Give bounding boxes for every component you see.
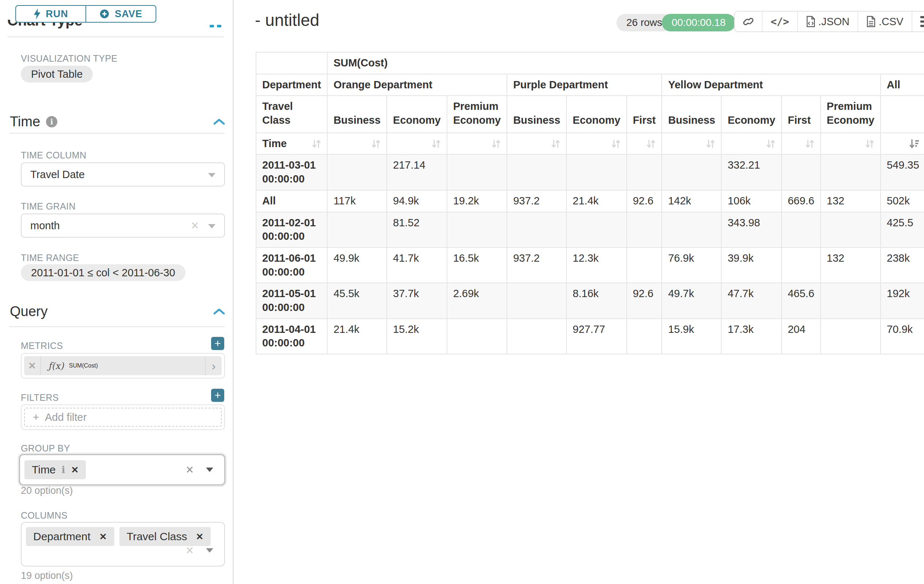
clear-icon[interactable]: × (191, 219, 199, 232)
plus-circle-icon (99, 9, 110, 19)
remove-tag-icon[interactable]: ✕ (71, 465, 79, 475)
sort-icon[interactable] (611, 139, 620, 149)
clear-icon[interactable]: × (186, 463, 193, 476)
table-row: 2011-04-01 00:00:0021.4k15.2k927.7715.9k… (256, 319, 924, 354)
query-section-title: Query (10, 304, 48, 319)
column-subheader: First (782, 95, 821, 133)
sort-header-cell[interactable] (627, 133, 662, 155)
sort-icon[interactable] (492, 139, 501, 149)
filters-container: + Add filter (21, 405, 225, 430)
pivot-cell (782, 247, 821, 283)
pivot-cell: 47.7k (721, 283, 782, 318)
sort-icon[interactable] (766, 139, 776, 149)
sort-icon[interactable] (865, 139, 874, 149)
sort-header-cell[interactable] (662, 133, 721, 155)
column-subheader: Premium Economy (447, 95, 507, 133)
pivot-cell: 76.9k (662, 247, 721, 283)
export-csv-label: .CSV (879, 16, 904, 28)
save-button[interactable]: SAVE (86, 6, 155, 22)
pivot-cell (566, 212, 627, 247)
export-json-button[interactable]: .JSON (797, 12, 858, 31)
sort-header-cell[interactable] (782, 133, 821, 155)
add-filter-button[interactable]: + Add filter (24, 408, 222, 427)
sort-icon[interactable] (805, 139, 814, 149)
remove-tag-icon[interactable]: ✕ (99, 531, 107, 542)
sort-header-cell[interactable] (881, 133, 924, 155)
columns-tag: Department ✕ (26, 527, 114, 546)
column-group-header: All (881, 74, 924, 96)
panel-drag-handle-dot[interactable] (217, 25, 221, 27)
pivot-cell: 502k (881, 190, 924, 212)
column-subheader: Business (327, 95, 387, 133)
chevron-down-icon (208, 224, 216, 229)
sort-header-cell[interactable] (821, 133, 881, 155)
column-subheader: Premium Economy (821, 95, 881, 133)
sort-header-cell[interactable] (721, 133, 782, 155)
pivot-cell (447, 155, 507, 190)
code-icon: </> (771, 16, 789, 28)
pivot-cell (821, 283, 881, 318)
info-icon[interactable]: i (46, 116, 57, 127)
chevron-up-icon[interactable] (213, 308, 225, 315)
view-query-button[interactable]: </> (762, 12, 797, 31)
chart-toolbar: </> .JSON .CSV (734, 11, 924, 32)
sort-header-cell[interactable] (327, 133, 387, 155)
row-header: All (256, 190, 327, 212)
sort-icon[interactable] (312, 139, 321, 149)
pivot-cell: 39.9k (721, 247, 782, 283)
pivot-cell: 465.6 (782, 283, 821, 318)
columns-select[interactable]: Department ✕ Travel Class ✕ × (21, 522, 225, 566)
pivot-cell (447, 212, 507, 247)
group-by-label: GROUP BY (21, 443, 70, 454)
sort-header-cell[interactable] (566, 133, 627, 155)
pivot-cell: 94.9k (387, 190, 447, 212)
chevron-up-icon[interactable] (213, 118, 225, 125)
save-button-label: SAVE (115, 8, 142, 20)
sort-icon[interactable] (371, 139, 381, 149)
hamburger-icon (920, 16, 924, 27)
sort-icon[interactable] (551, 139, 560, 149)
pivot-cell: 37.7k (387, 283, 447, 318)
export-json-label: .JSON (818, 16, 850, 28)
pivot-cell: 142k (662, 190, 721, 212)
time-grain-select[interactable]: month × (21, 214, 225, 238)
clear-icon[interactable]: × (186, 544, 193, 557)
pivot-cell: 12.3k (566, 247, 627, 283)
add-filter-plus-button[interactable]: + (211, 389, 224, 402)
sort-header-cell[interactable] (447, 133, 507, 155)
sort-header-cell[interactable] (387, 133, 447, 155)
copy-link-button[interactable] (735, 12, 762, 31)
pivot-cell: 19.2k (447, 190, 507, 212)
row-header: 2011-03-01 00:00:00 (256, 155, 327, 190)
info-icon[interactable]: i (62, 464, 65, 475)
time-range-value[interactable]: 2011-01-01 ≤ col < 2011-06-30 (21, 264, 186, 281)
pivot-cell: 217.14 (387, 155, 447, 190)
pivot-cell: 927.77 (566, 319, 627, 354)
column-subheader: Economy (566, 95, 627, 133)
sort-icon[interactable] (432, 139, 441, 149)
pivot-table: SUM(Cost)DepartmentOrange DepartmentPurp… (256, 52, 924, 354)
sort-desc-icon[interactable] (909, 139, 919, 149)
section-divider (7, 36, 223, 37)
more-menu-button[interactable] (912, 12, 924, 31)
sort-icon[interactable] (647, 139, 655, 149)
chevron-right-icon[interactable]: › (205, 356, 222, 375)
sort-header-cell[interactable] (507, 133, 566, 155)
panel-divider[interactable] (233, 0, 234, 584)
run-button[interactable]: RUN (16, 6, 86, 22)
metric-pill[interactable]: ✕ ƒ(x) SUM(Cost) › (24, 356, 222, 375)
export-csv-button[interactable]: .CSV (858, 12, 912, 31)
pivot-cell (566, 155, 627, 190)
group-by-select[interactable]: Time i ✕ × (19, 454, 225, 485)
visualization-type-value[interactable]: Pivot Table (21, 66, 93, 82)
add-metric-button[interactable]: + (211, 337, 224, 350)
sort-icon[interactable] (706, 139, 715, 149)
pivot-cell: 425.5 (881, 212, 924, 247)
group-by-tag-label: Time (32, 464, 56, 476)
time-column-select[interactable]: Travel Date (21, 163, 225, 186)
panel-drag-handle-dot[interactable] (210, 25, 214, 27)
pivot-cell (821, 212, 881, 247)
remove-tag-icon[interactable]: ✕ (196, 531, 203, 542)
remove-metric-icon[interactable]: ✕ (24, 356, 41, 375)
chart-title[interactable]: - untitled (255, 10, 319, 30)
